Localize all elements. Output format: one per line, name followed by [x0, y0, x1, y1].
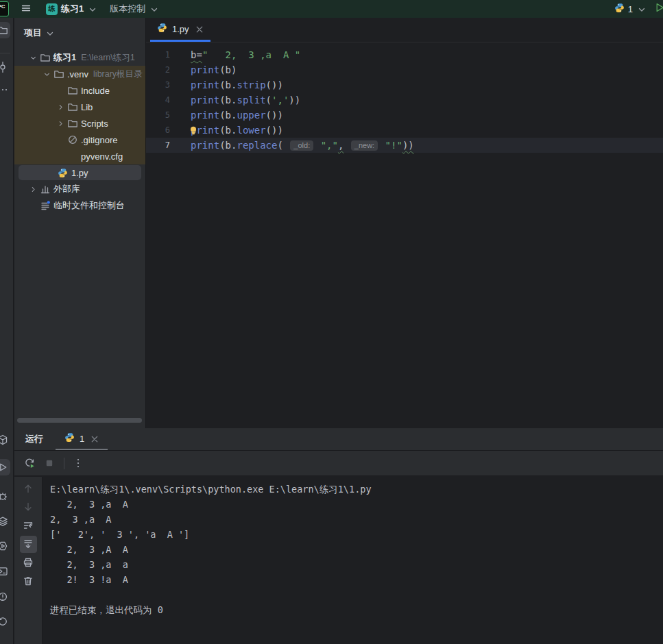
- chevron-down-icon[interactable]: [26, 53, 40, 62]
- divider: [64, 458, 64, 469]
- library-icon: [40, 184, 53, 195]
- editor-tab-label: 1.py: [172, 24, 189, 34]
- tree-item-.gitignore[interactable]: .gitignore: [14, 132, 145, 148]
- code-line-3[interactable]: 3print(b.strip()): [146, 77, 663, 92]
- code-token: =: [196, 49, 202, 60]
- print-icon[interactable]: [23, 557, 34, 569]
- code-line-2[interactable]: 2print(b): [146, 62, 663, 77]
- pycharm-window: PC 练 练习1 版本控制 1 项目 练习1E:\learn\练习1.venvl…: [0, 0, 663, 644]
- code-token: [315, 140, 320, 151]
- code-token: (b.: [219, 140, 237, 151]
- code-token: )): [402, 140, 414, 151]
- editor-tab-bar: 1.py: [146, 18, 663, 42]
- project-widget[interactable]: 练 练习1: [46, 3, 97, 15]
- project-panel-title: 项目: [24, 27, 42, 39]
- python-packages-icon[interactable]: [0, 434, 8, 445]
- code-token: print: [191, 140, 219, 151]
- scratches-icon: [40, 200, 53, 211]
- tree-item-1.py[interactable]: 1.py: [14, 164, 145, 181]
- more-tools-icon[interactable]: [0, 84, 8, 95]
- code-editor[interactable]: 1b=" 2, 3 ,a A "2print(b)3print(b.strip(…: [146, 42, 663, 153]
- play-hexagon-icon[interactable]: [0, 541, 8, 552]
- chevron-right-icon[interactable]: [53, 103, 67, 112]
- commit-icon[interactable]: [0, 62, 8, 73]
- folder-icon: [67, 118, 81, 129]
- tree-item-label: 临时文件和控制台: [53, 199, 125, 212]
- project-folder-icon[interactable]: [0, 25, 8, 36]
- line-number: 2: [146, 62, 191, 77]
- chevron-right-icon[interactable]: [26, 185, 40, 194]
- run-tool-window: 运行 1 E:\learn\练习1\.venv\Scripts\python.e…: [14, 428, 663, 644]
- chevron-down-icon[interactable]: [40, 70, 53, 79]
- code-token: replace: [237, 140, 277, 151]
- code-line-1[interactable]: 1b=" 2, 3 ,a A ": [146, 47, 663, 62]
- rerun-icon[interactable]: [24, 458, 36, 469]
- code-line-4[interactable]: 4print(b.split(',')): [146, 92, 663, 108]
- run-icon[interactable]: [0, 462, 8, 473]
- run-button-icon[interactable]: [654, 2, 663, 16]
- tree-item-label: Include: [81, 86, 110, 96]
- tree-item-label: Scripts: [81, 119, 108, 129]
- editor-tab-1py[interactable]: 1.py: [150, 18, 210, 42]
- vcs-label: 版本控制: [110, 3, 145, 15]
- code-token: lower: [237, 125, 265, 136]
- tree-item-临时文件和控制台[interactable]: 临时文件和控制台: [14, 197, 145, 214]
- code-line-5[interactable]: 5print(b.upper()): [146, 108, 663, 123]
- terminal-icon[interactable]: [0, 566, 8, 577]
- folder-icon: [40, 52, 53, 63]
- close-icon[interactable]: [89, 434, 99, 443]
- kebab-menu-icon[interactable]: [73, 458, 84, 469]
- services-icon[interactable]: [0, 516, 8, 527]
- tree-item-Lib[interactable]: Lib: [14, 99, 145, 115]
- code-token: print: [191, 79, 219, 90]
- code-token: print: [191, 95, 219, 106]
- intention-bulb-icon[interactable]: [189, 124, 198, 139]
- problems-icon[interactable]: [0, 591, 8, 602]
- folder-icon: [53, 69, 67, 79]
- python-icon: [614, 3, 625, 15]
- project-panel-header[interactable]: 项目: [14, 18, 145, 48]
- folder-icon: [67, 101, 81, 112]
- run-tab-label: 1: [80, 434, 84, 444]
- horizontal-scrollbar[interactable]: [17, 418, 142, 423]
- soft-wrap-icon[interactable]: [23, 520, 34, 532]
- tree-item-pyvenv.cfg[interactable]: pyvenv.cfg: [14, 148, 145, 164]
- scroll-to-end-icon[interactable]: [23, 538, 34, 550]
- tree-item-外部库[interactable]: 外部库: [14, 181, 145, 197]
- tree-item-label: pyvenv.cfg: [81, 151, 123, 162]
- tree-item-.venv[interactable]: .venvlibrary根目录: [14, 66, 145, 82]
- console-side-toolbar: [14, 477, 43, 644]
- code-token: (b.: [219, 79, 237, 90]
- code-token: ",": [321, 140, 338, 151]
- tree-item-label: .gitignore: [81, 135, 117, 145]
- console-area[interactable]: E:\learn\练习1\.venv\Scripts\python.exe E:…: [43, 477, 663, 644]
- chevron-right-icon[interactable]: [53, 119, 67, 128]
- tree-item-hint: E:\learn\练习1: [81, 52, 135, 64]
- run-configuration-selector[interactable]: 1: [614, 3, 646, 15]
- line-number: 3: [146, 77, 191, 92]
- run-tab-1[interactable]: 1: [56, 428, 108, 450]
- run-panel-body: E:\learn\练习1\.venv\Scripts\python.exe E:…: [14, 477, 663, 644]
- tree-item-hint: library根目录: [93, 69, 143, 80]
- line-number: 1: [146, 47, 191, 62]
- pycharm-logo-icon: PC: [0, 1, 9, 16]
- code-line-7[interactable]: 7print(b.replace( _old: ",", _new: "!")): [146, 138, 663, 153]
- debug-icon[interactable]: [0, 491, 8, 501]
- project-tool-window: 项目 练习1E:\learn\练习1.venvlibrary根目录Include…: [14, 18, 146, 428]
- chevron-down-icon: [149, 4, 158, 14]
- tree-item-练习1[interactable]: 练习1E:\learn\练习1: [14, 49, 145, 66]
- vcs-widget[interactable]: 版本控制: [110, 3, 158, 15]
- code-token: (: [266, 95, 272, 106]
- tree-item-Scripts[interactable]: Scripts: [14, 115, 145, 132]
- code-line-6[interactable]: 6print(b.lower()): [146, 123, 663, 138]
- run-panel-header: 运行 1: [14, 428, 663, 451]
- editor-area: 1.py 1b=" 2, 3 ,a A "2print(b)3print(b.s…: [146, 18, 663, 428]
- main-menu-icon[interactable]: [21, 3, 33, 15]
- stop-icon: [44, 458, 56, 469]
- title-bar: PC 练 练习1 版本控制 1: [0, 0, 663, 18]
- history-icon[interactable]: [0, 616, 8, 627]
- tree-item-Include[interactable]: Include: [14, 82, 145, 99]
- clear-icon[interactable]: [23, 575, 34, 587]
- folder-icon: [67, 85, 81, 96]
- close-icon[interactable]: [194, 24, 204, 34]
